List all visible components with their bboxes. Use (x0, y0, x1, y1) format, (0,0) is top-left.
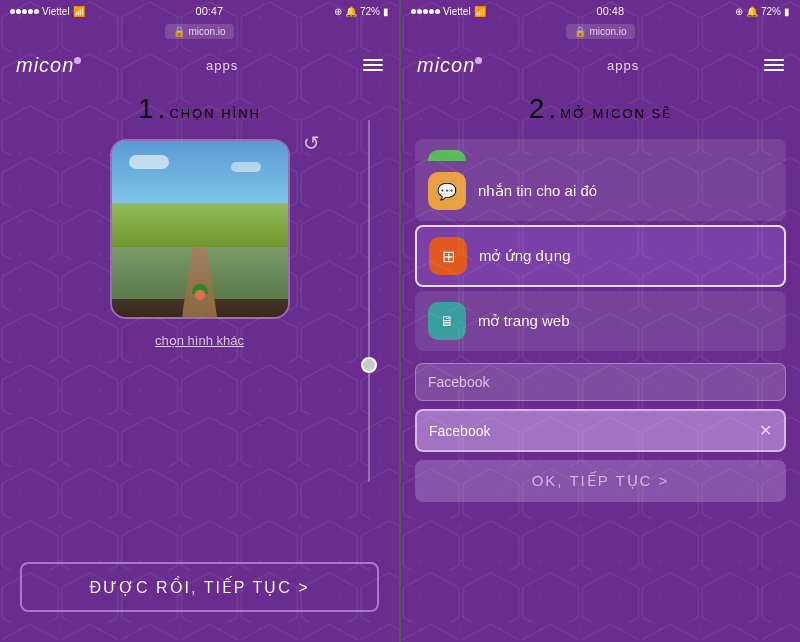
photo-wrapper: ↺ (110, 139, 290, 319)
option-item-message[interactable]: 💬 nhắn tin cho ai đó (415, 161, 786, 221)
battery-icon-right: ▮ (784, 6, 790, 17)
web-icon: 🖥 (440, 313, 454, 329)
input-area: Facebook Facebook ✕ OK, TIẾP TỤC > (401, 355, 800, 510)
location-icon-right: ⊕ (735, 6, 743, 17)
option-label-message: nhắn tin cho ai đó (478, 182, 597, 200)
continue-button-left[interactable]: ĐƯỢC RỒI, TIẾP TỤC > (20, 562, 379, 612)
status-right-right: ⊕ 🔔 72% ▮ (735, 6, 790, 17)
input-active-text: Facebook (429, 423, 490, 439)
status-left-right: Viettel 📶 (411, 6, 486, 17)
status-bar-right: Viettel 📶 00:48 ⊕ 🔔 72% ▮ (401, 0, 800, 22)
status-right-left: ⊕ 🔔 72% ▮ (334, 6, 389, 17)
hamburger-line-3 (363, 69, 383, 71)
slider-track[interactable] (368, 120, 370, 482)
url-bar-left[interactable]: 🔒 micon.io (165, 24, 233, 39)
signal-icon-right (411, 9, 440, 14)
hamburger-line-r1 (764, 59, 784, 61)
photo-image (112, 141, 288, 317)
location-icon-left: ⊕ (334, 6, 342, 17)
hamburger-menu-right[interactable] (764, 59, 784, 71)
photo-container[interactable] (110, 139, 290, 319)
wifi-icon-right: 📶 (474, 6, 486, 17)
battery-icon-left: ▮ (383, 6, 389, 17)
photo-area: ↺ chọn hình khác (0, 139, 399, 348)
input-placeholder-text: Facebook (428, 374, 489, 390)
alarm-icon-right: 🔔 (746, 6, 758, 17)
rotate-button[interactable]: ↺ (298, 129, 326, 157)
step-dot-left: . (158, 93, 166, 125)
option-item-open-web[interactable]: 🖥 mở trang web (415, 291, 786, 351)
option-label-open-web: mở trang web (478, 312, 570, 330)
slider-area (359, 120, 379, 482)
option-icon-message: 💬 (428, 172, 466, 210)
option-icon-open-app: ⊞ (429, 237, 467, 275)
logo-right: micon (417, 54, 482, 77)
kayaker (192, 284, 208, 308)
options-list: 📞 gọi cho ai đó 💬 nhắn tin cho ai đó ⊞ m… (401, 139, 800, 355)
nav-apps-left: apps (206, 58, 238, 73)
hamburger-menu-left[interactable] (363, 59, 383, 71)
logo-dot-left (74, 57, 81, 64)
step-dot-right: . (548, 93, 556, 125)
step-number-left: 1 (138, 93, 154, 125)
option-icon-open-web: 🖥 (428, 302, 466, 340)
app-icon: ⊞ (442, 247, 455, 266)
status-left: Viettel 📶 (10, 6, 85, 17)
url-text-right: micon.io (589, 26, 626, 37)
cloud-2 (231, 162, 261, 172)
left-screen: Viettel 📶 00:47 ⊕ 🔔 72% ▮ 🔒 micon.io mic… (0, 0, 399, 642)
partial-option-call: 📞 gọi cho ai đó (415, 139, 786, 161)
input-active-field[interactable]: Facebook ✕ (415, 409, 786, 452)
time-right: 00:48 (597, 5, 625, 17)
choose-other-link[interactable]: chọn hình khác (155, 333, 244, 348)
input-placeholder-field[interactable]: Facebook (415, 363, 786, 401)
option-item-call[interactable]: 📞 gọi cho ai đó (415, 139, 786, 161)
signal-icon (10, 9, 39, 14)
carrier-left: Viettel (42, 6, 70, 17)
header-right: micon apps (401, 43, 800, 87)
option-label-open-app: mở ứng dụng (479, 247, 571, 265)
option-icon-call: 📞 (428, 150, 466, 161)
wifi-icon-left: 📶 (73, 6, 85, 17)
option-item-open-app[interactable]: ⊞ mở ứng dụng (415, 225, 786, 287)
message-icon: 💬 (437, 182, 457, 201)
lock-icon-right: 🔒 (574, 26, 586, 37)
cloud-1 (129, 155, 169, 169)
time-left: 00:47 (196, 5, 224, 17)
step-number-right: 2 (529, 93, 545, 125)
header-left: micon apps (0, 43, 399, 87)
logo-left: micon (16, 54, 81, 77)
right-screen: Viettel 📶 00:48 ⊕ 🔔 72% ▮ 🔒 micon.io mic… (401, 0, 800, 642)
url-bar-right[interactable]: 🔒 micon.io (566, 24, 634, 39)
slider-thumb[interactable] (361, 357, 377, 373)
input-clear-icon[interactable]: ✕ (759, 421, 772, 440)
hamburger-line-r2 (764, 64, 784, 66)
step-label-right: MỞ MICON SẼ (560, 106, 672, 121)
step-label-left: CHỌN HÌNH (169, 106, 261, 121)
alarm-icon-left: 🔔 (345, 6, 357, 17)
logo-dot-right (475, 57, 482, 64)
carrier-right: Viettel (443, 6, 471, 17)
battery-pct-left: 72% (360, 6, 380, 17)
ok-button[interactable]: OK, TIẾP TỤC > (415, 460, 786, 502)
hamburger-line-r3 (764, 69, 784, 71)
step-heading-left: 1 . CHỌN HÌNH (0, 87, 399, 139)
hamburger-line-1 (363, 59, 383, 61)
url-text-left: micon.io (188, 26, 225, 37)
nav-apps-right: apps (607, 58, 639, 73)
battery-pct-right: 72% (761, 6, 781, 17)
hamburger-line-2 (363, 64, 383, 66)
status-bar-left: Viettel 📶 00:47 ⊕ 🔔 72% ▮ (0, 0, 399, 22)
step-heading-right: 2 . MỞ MICON SẼ (401, 87, 800, 139)
lock-icon-left: 🔒 (173, 26, 185, 37)
